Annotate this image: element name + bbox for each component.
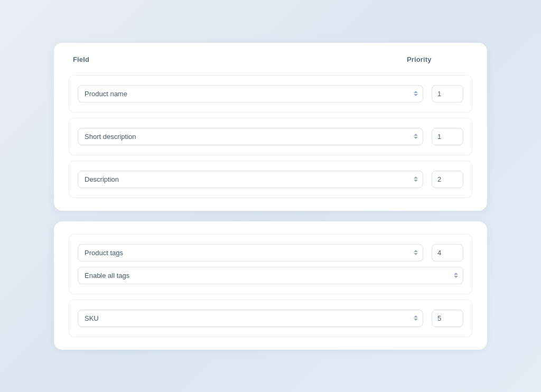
group-sku: SKU Product tags Enable all tags — [69, 300, 472, 337]
field-select-short-description[interactable]: Product name Short description Descripti… — [78, 128, 423, 145]
field-select-wrapper-description: Product name Short description Descripti… — [78, 171, 423, 188]
card-header: Field Priority — [69, 55, 472, 68]
row-description: Product name Short description Descripti… — [69, 161, 472, 198]
field-select-wrapper-product-name: Product name Short description Descripti… — [78, 85, 423, 102]
priority-input-short-description[interactable] — [432, 128, 463, 145]
row-short-description: Product name Short description Descripti… — [69, 118, 472, 155]
field-select-wrapper-product-tags: Product tags SKU Enable all tags — [78, 244, 423, 262]
priority-input-description[interactable] — [432, 171, 463, 188]
field-select-wrapper-sku: SKU Product tags Enable all tags — [78, 310, 423, 327]
group-product-tags-main-row: Product tags SKU Enable all tags — [78, 244, 463, 262]
field-select-enable-all-tags[interactable]: Enable all tags Product tags SKU — [78, 267, 463, 284]
row-product-name: Product name Short description Descripti… — [69, 75, 472, 113]
card-1: Field Priority Product name Short descri… — [54, 43, 487, 211]
main-container: Field Priority Product name Short descri… — [54, 43, 487, 350]
field-select-product-tags[interactable]: Product tags SKU Enable all tags — [78, 244, 423, 262]
priority-input-product-tags[interactable] — [432, 244, 463, 262]
group-product-tags: Product tags SKU Enable all tags Enable … — [69, 234, 472, 294]
group-sku-main-row: SKU Product tags Enable all tags — [78, 310, 463, 327]
field-select-wrapper-short-description: Product name Short description Descripti… — [78, 128, 423, 145]
sub-row-enable-all-tags: Enable all tags Product tags SKU — [78, 267, 463, 284]
header-priority-label: Priority — [407, 55, 470, 63]
header-field-label: Field — [73, 55, 407, 63]
field-select-product-name[interactable]: Product name Short description Descripti… — [78, 85, 423, 102]
priority-input-sku[interactable] — [432, 310, 463, 327]
field-select-sku[interactable]: SKU Product tags Enable all tags — [78, 310, 423, 327]
field-select-description[interactable]: Product name Short description Descripti… — [78, 171, 423, 188]
priority-input-product-name[interactable] — [432, 85, 463, 102]
card-2: Product tags SKU Enable all tags Enable … — [54, 221, 487, 350]
field-select-wrapper-enable-all-tags: Enable all tags Product tags SKU — [78, 267, 463, 284]
